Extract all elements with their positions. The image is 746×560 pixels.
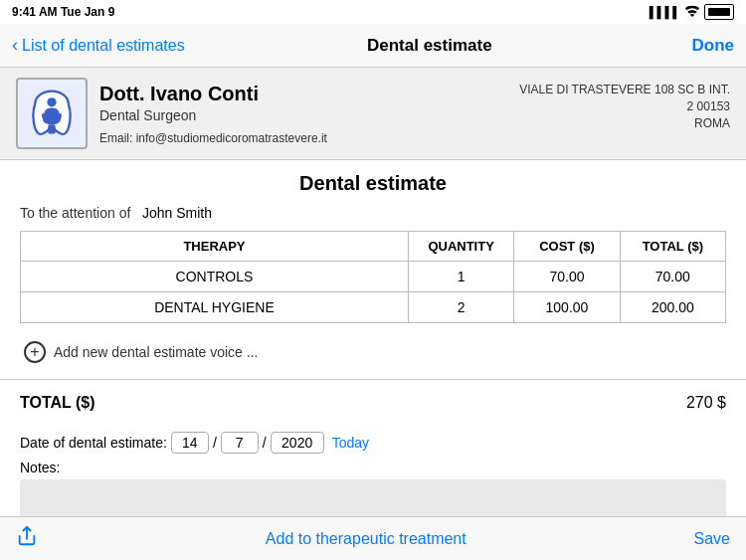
svg-rect-3: [48, 124, 55, 133]
estimate-body: Dental estimate To the attention of John…: [0, 160, 746, 371]
nav-bar: ‹ List of dental estimates Dental estima…: [0, 24, 746, 68]
patient-name: John Smith: [142, 205, 212, 221]
doctor-info: Dott. Ivano Conti Dental Surgeon Email: …: [99, 78, 499, 149]
battery-icon: [704, 4, 734, 20]
attention-row: To the attention of John Smith: [20, 205, 726, 221]
date-month-input[interactable]: [221, 432, 259, 454]
estimate-title: Dental estimate: [20, 172, 726, 195]
attention-label: To the attention of: [20, 205, 130, 221]
estimate-table: THERAPY QUANTITY COST ($) TOTAL ($) CONT…: [20, 231, 726, 323]
total-label: TOTAL ($): [20, 394, 95, 412]
signal-icon: ▌▌▌▌: [650, 6, 680, 18]
chevron-left-icon: ‹: [12, 35, 18, 56]
doctor-email: Email: info@studiomedicoromatrastevere.i…: [99, 131, 499, 145]
svg-point-2: [47, 97, 56, 106]
date-row: Date of dental estimate: / / Today: [20, 432, 726, 454]
add-therapeutic-button[interactable]: Add to therapeutic treatment: [266, 530, 466, 548]
date-separator-2: /: [263, 435, 267, 451]
save-button[interactable]: Save: [694, 530, 730, 548]
date-label: Date of dental estimate:: [20, 435, 167, 451]
col-total: TOTAL ($): [620, 232, 725, 262]
cost-cell: 70.00: [514, 262, 620, 292]
doctor-specialty: Dental Surgeon: [99, 107, 499, 123]
doctor-address: VIALE DI TRASTEVERE 108 SC B INT. 2 0015…: [511, 78, 730, 131]
back-button[interactable]: ‹ List of dental estimates: [12, 35, 185, 56]
status-indicators: ▌▌▌▌: [650, 4, 734, 20]
total-section: TOTAL ($) 270 $: [0, 379, 746, 426]
notes-textarea[interactable]: [20, 479, 726, 516]
doctor-logo: [16, 78, 88, 149]
date-year-input[interactable]: [271, 432, 324, 454]
add-circle-icon: +: [24, 341, 46, 363]
date-section: Date of dental estimate: / / Today Notes…: [0, 426, 746, 516]
quantity-cell: 1: [408, 262, 513, 292]
total-cell: 70.00: [620, 262, 725, 292]
cost-cell: 100.00: [514, 292, 620, 323]
bottom-bar: Add to therapeutic treatment Save: [0, 516, 746, 560]
quantity-cell: 2: [408, 292, 513, 323]
notes-label: Notes:: [20, 460, 726, 475]
total-value: 270 $: [686, 394, 726, 412]
date-day-input[interactable]: [171, 432, 209, 454]
date-separator-1: /: [213, 435, 217, 451]
add-estimate-voice-button[interactable]: + Add new dental estimate voice ...: [20, 333, 726, 371]
share-button[interactable]: [16, 525, 38, 552]
table-row: DENTAL HYGIENE 2 100.00 200.00: [21, 292, 726, 323]
status-time: 9:41 AM Tue Jan 9: [12, 5, 114, 19]
col-therapy: THERAPY: [21, 232, 409, 262]
col-quantity: QUANTITY: [408, 232, 513, 262]
done-button[interactable]: Done: [674, 36, 734, 56]
today-button[interactable]: Today: [332, 435, 369, 451]
doctor-card: Dott. Ivano Conti Dental Surgeon Email: …: [0, 68, 746, 160]
total-cell: 200.00: [620, 292, 725, 323]
wifi-icon: [684, 5, 700, 19]
col-cost: COST ($): [514, 232, 620, 262]
therapy-cell: CONTROLS: [21, 262, 409, 292]
back-label: List of dental estimates: [22, 37, 185, 55]
add-label: Add new dental estimate voice ...: [54, 344, 258, 360]
main-content: Dott. Ivano Conti Dental Surgeon Email: …: [0, 68, 746, 516]
status-bar: 9:41 AM Tue Jan 9 ▌▌▌▌: [0, 0, 746, 24]
table-row: CONTROLS 1 70.00 70.00: [21, 262, 726, 292]
nav-title: Dental estimate: [185, 36, 674, 56]
doctor-name: Dott. Ivano Conti: [99, 83, 499, 105]
therapy-cell: DENTAL HYGIENE: [21, 292, 409, 323]
